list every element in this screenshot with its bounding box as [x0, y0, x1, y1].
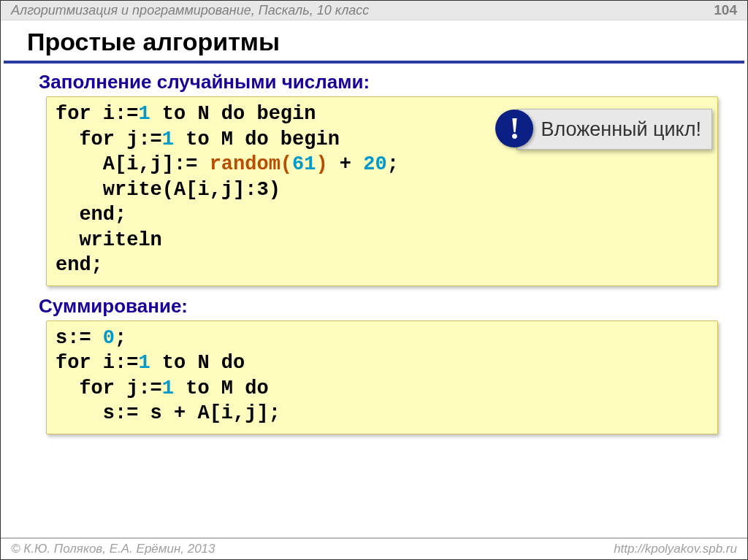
code-lines: s:= 0; for i:=1 to N do for j:=1 to M do… — [56, 326, 709, 426]
header-bar: Алгоритмизация и программирование, Паска… — [1, 1, 747, 20]
page-title: Простые алгоритмы — [4, 20, 744, 64]
exclamation-icon: ! — [495, 110, 533, 147]
header-subject: Алгоритмизация и программирование, Паска… — [11, 3, 369, 18]
footer: © К.Ю. Поляков, Е.А. Ерёмин, 2013 http:/… — [1, 537, 747, 559]
section2-heading: Суммирование: — [39, 295, 718, 318]
code-block-sum: s:= 0; for i:=1 to N do for j:=1 to M do… — [46, 321, 718, 434]
footer-url: http://kpolyakov.spb.ru — [614, 542, 737, 556]
callout-nested-loop: ! Вложенный цикл! — [516, 109, 712, 150]
footer-authors: © К.Ю. Поляков, Е.А. Ерёмин, 2013 — [11, 542, 215, 556]
page-number: 104 — [714, 2, 737, 18]
callout-text: Вложенный цикл! — [541, 118, 701, 141]
slide: Алгоритмизация и программирование, Паска… — [0, 0, 748, 560]
section1-heading: Заполнение случайными числами: — [39, 71, 718, 93]
